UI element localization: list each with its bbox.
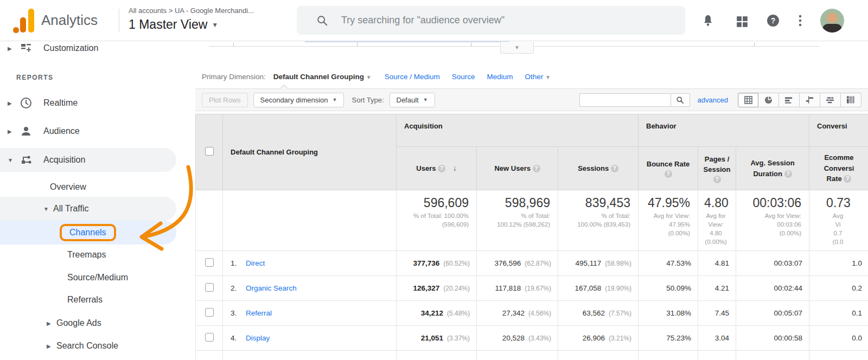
channel-link[interactable]: Referral [246, 309, 272, 317]
column-header-pages-session[interactable]: Pages / Session ? [698, 147, 736, 190]
column-header-users[interactable]: Users ? ↓ [397, 147, 477, 190]
axis-tick [471, 43, 471, 46]
sidebar-item-all-traffic[interactable]: ▼ All Traffic [0, 197, 176, 221]
total-new-users: 598,969 [477, 196, 558, 210]
chevron-down-icon: ▼ [212, 21, 218, 29]
total-sessions: 839,453 [558, 196, 638, 210]
breadcrumb[interactable]: All accounts > UA - Google Merchandi... [129, 7, 254, 15]
term-cloud-icon [826, 97, 834, 104]
report-sidebar: ▶ Customization REPORTS ▶ Realtime ▶ Aud… [0, 41, 195, 360]
help-icon[interactable]: ? [713, 176, 721, 183]
axis-tick [754, 43, 755, 46]
apps-grid-icon[interactable] [736, 15, 749, 28]
help-icon[interactable]: ? [438, 165, 445, 172]
row-checkbox[interactable] [205, 283, 214, 292]
table-row-direct: 1.Direct 377,736(60.52%) 376,596(62.87%)… [196, 251, 868, 276]
sidebar-item-label: Acquisition [43, 155, 85, 165]
column-header-ecommerce-conversion-rate[interactable]: Ecomme Conversi Rate ? [809, 147, 868, 190]
sidebar-item-google-ads[interactable]: ▶ Google Ads [0, 311, 176, 335]
chevron-right-icon: ▶ [8, 46, 13, 52]
global-search-input[interactable]: Try searching for "audience overview" [297, 6, 685, 35]
term-cloud-view-button[interactable] [820, 93, 841, 107]
column-header-bounce-rate[interactable]: Bounce Rate ? [639, 147, 698, 190]
sidebar-item-label: Overview [50, 182, 86, 192]
column-header-avg-session-duration[interactable]: Avg. Session Duration ? [736, 147, 809, 190]
secondary-dimension-button[interactable]: Secondary dimension ▼ [253, 93, 344, 107]
sidebar-item-realtime[interactable]: ▶ Realtime [0, 91, 176, 115]
channel-link[interactable]: Display [246, 334, 270, 342]
pivot-view-button[interactable] [841, 93, 861, 107]
collapse-chart-button[interactable]: ▼ [500, 42, 534, 54]
analytics-logo-icon[interactable] [13, 7, 37, 35]
row-checkbox[interactable] [205, 333, 214, 342]
dimension-other[interactable]: Other ▼ [525, 73, 551, 81]
help-icon[interactable]: ? [665, 170, 672, 178]
data-table-icon [744, 96, 752, 104]
advanced-search-link[interactable]: advanced [698, 96, 728, 104]
sidebar-item-source-medium[interactable]: Source/Medium [0, 266, 176, 290]
sort-type-label: Sort Type: [352, 96, 384, 104]
sidebar-item-overview[interactable]: Overview [0, 175, 176, 199]
sidebar-item-search-console[interactable]: ▶ Search Console [0, 334, 176, 358]
plot-rows-button[interactable]: Plot Rows [202, 93, 248, 107]
group-header-behavior: Behavior [639, 114, 809, 147]
sidebar-item-label: Referrals [67, 295, 103, 305]
view-selector[interactable]: 1 Master View ▼ [129, 17, 218, 32]
view-name: 1 Master View [129, 17, 207, 32]
acquisition-branch-icon [20, 153, 33, 166]
total-users: 596,609 [397, 196, 476, 210]
channel-link[interactable]: Organic Search [246, 284, 297, 292]
chevron-down-icon: ▼ [423, 97, 428, 102]
realtime-clock-icon [20, 97, 33, 110]
comparison-view-button[interactable] [800, 93, 820, 107]
table-view-button[interactable] [738, 93, 758, 107]
chevron-right-icon: ▶ [47, 343, 52, 349]
totals-row: 596,609% of Total: 100.00% (596,609) 598… [196, 190, 868, 251]
chevron-down-icon: ▼ [43, 206, 49, 212]
channels-data-table: Default Channel Grouping Acquisition Beh… [195, 114, 868, 360]
select-all-checkbox[interactable] [205, 147, 214, 156]
dimension-medium[interactable]: Medium [487, 73, 513, 81]
notifications-bell-icon[interactable] [701, 14, 714, 27]
dimension-column-header[interactable]: Default Channel Grouping [223, 114, 397, 190]
channel-link[interactable]: Direct [246, 259, 265, 267]
search-icon [316, 15, 328, 27]
dimension-source[interactable]: Source [452, 73, 475, 81]
sidebar-item-label: Realtime [43, 98, 78, 108]
help-icon[interactable]: ? [611, 165, 618, 172]
column-header-sessions[interactable]: Sessions ? [558, 147, 639, 190]
customization-icon [20, 42, 33, 55]
total-pages-session: 4.80 [698, 196, 736, 210]
help-icon[interactable]: ? [784, 170, 792, 178]
percentage-view-button[interactable] [758, 93, 779, 107]
chevron-down-icon: ▼ [366, 74, 372, 80]
user-avatar[interactable] [820, 9, 844, 33]
dimension-source-medium[interactable]: Source / Medium [385, 73, 440, 81]
sidebar-item-acquisition[interactable]: ▼ Acquisition [0, 148, 176, 172]
sidebar-item-referrals[interactable]: Referrals [0, 288, 176, 312]
table-search-input[interactable] [579, 93, 671, 107]
sidebar-item-treemaps[interactable]: Treemaps [0, 243, 176, 267]
row-checkbox[interactable] [205, 308, 214, 317]
sidebar-item-customization[interactable]: ▶ Customization [0, 41, 176, 60]
more-options-kebab-icon[interactable] [797, 14, 803, 27]
header-divider [119, 9, 119, 33]
sidebar-item-audience[interactable]: ▶ Audience [0, 119, 176, 143]
axis-tick [233, 43, 234, 46]
performance-view-button[interactable] [779, 93, 800, 107]
sort-type-button[interactable]: Default ▼ [390, 93, 435, 107]
chevron-right-icon: ▶ [8, 100, 13, 106]
row-checkbox[interactable] [205, 258, 214, 267]
help-icon[interactable]: ? [767, 14, 780, 27]
sidebar-item-channels[interactable]: Channels [0, 221, 176, 245]
sidebar-item-label: Treemaps [67, 250, 106, 260]
help-icon[interactable]: ? [844, 175, 851, 183]
search-placeholder: Try searching for "audience overview" [341, 15, 505, 26]
column-header-new-users[interactable]: New Users ? [477, 147, 558, 190]
help-icon[interactable]: ? [533, 165, 540, 172]
dimension-default-channel-grouping[interactable]: Default Channel Grouping ▼ [273, 73, 372, 81]
audience-person-icon [20, 125, 33, 138]
primary-dimension-label: Primary Dimension: [202, 73, 266, 81]
table-search-button[interactable] [671, 93, 690, 107]
sidebar-item-label: All Traffic [53, 204, 89, 214]
